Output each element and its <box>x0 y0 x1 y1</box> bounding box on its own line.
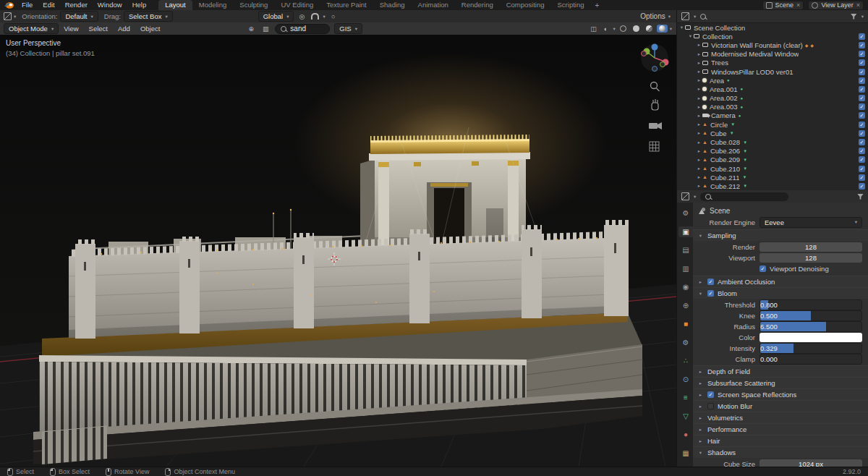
workspace-tab-uv-editing[interactable]: UV Editing <box>274 0 320 10</box>
outliner-item[interactable]: ▸▲Cube.210▼✓ <box>677 164 868 173</box>
navigation-gizmo[interactable] <box>639 42 671 158</box>
outliner-item[interactable]: ▾Collection✓ <box>677 32 868 41</box>
panel-header-motion-blur[interactable]: ▸Motion Blur <box>693 400 868 412</box>
panel-header-subsurface-scattering[interactable]: ▸Subsurface Scattering <box>693 377 868 388</box>
disclosure-right-icon[interactable]: ▸ <box>696 157 702 163</box>
workspace-tab-shading[interactable]: Shading <box>373 0 412 10</box>
workspace-tab-sculpting[interactable]: Sculpting <box>233 0 274 10</box>
disclosure-right-icon[interactable]: ▸ <box>696 122 702 127</box>
outliner-item[interactable]: ▸▲Cube.206▼✓ <box>677 147 868 156</box>
outliner-item[interactable]: ▸Victorian Wall Fountain (clear)◆◆✓ <box>677 41 868 49</box>
properties-tab-object-data[interactable]: ▽ <box>678 411 693 422</box>
outliner-item[interactable]: ▸Area.002●✓ <box>677 94 868 103</box>
visibility-checkbox[interactable]: ✓ <box>859 42 865 48</box>
visibility-checkbox[interactable]: ✓ <box>859 130 865 137</box>
visibility-checkbox[interactable]: ✓ <box>859 59 865 66</box>
panel-header-hair[interactable]: ▸Hair <box>693 435 868 446</box>
orientation-dropdown[interactable]: Default ▾ <box>60 11 98 22</box>
visibility-checkbox[interactable]: ✓ <box>859 112 865 119</box>
viewport-menu-select[interactable]: Select <box>84 24 113 34</box>
menu-file[interactable]: File <box>17 0 38 10</box>
chevron-down-icon[interactable]: ▾ <box>613 26 615 32</box>
visibility-checkbox[interactable]: ✓ <box>859 148 865 154</box>
panel-checkbox[interactable] <box>707 403 714 409</box>
disclosure-right-icon[interactable]: ▸ <box>696 183 702 189</box>
render-engine-dropdown[interactable]: Eevee ▾ <box>760 217 862 228</box>
properties-tab-material[interactable]: ● <box>678 429 693 440</box>
panel-header-performance[interactable]: ▸Performance <box>693 423 868 435</box>
disclosure-right-icon[interactable]: ▸ <box>696 51 702 57</box>
disclosure-right-icon[interactable]: ▸ <box>696 60 702 66</box>
visibility-checkbox[interactable]: ✓ <box>859 77 865 84</box>
overlay-dropdown-icon[interactable]: ◐ <box>600 24 610 33</box>
panel-header-depth-of-field[interactable]: ▸Depth of Field <box>693 365 868 377</box>
shading-solid-button[interactable] <box>631 25 642 33</box>
bloom-checkbox[interactable]: ✓ <box>707 290 714 297</box>
value-slider[interactable]: 0.329 <box>760 343 862 354</box>
ambient-occlusion-header[interactable]: ▸ ✓ Ambient Occlusion <box>693 276 868 287</box>
workspace-tab-modeling[interactable]: Modeling <box>192 0 234 10</box>
panel-header-volumetrics[interactable]: ▸Volumetrics <box>693 412 868 423</box>
visibility-checkbox[interactable]: ✓ <box>859 139 865 145</box>
visibility-checkbox[interactable]: ✓ <box>859 122 865 128</box>
chevron-down-icon[interactable]: ▾ <box>861 14 864 20</box>
visibility-checkbox[interactable]: ✓ <box>859 166 865 172</box>
disclosure-right-icon[interactable]: ▸ <box>696 166 702 171</box>
properties-tab-scene[interactable]: ◉ <box>678 281 693 292</box>
viewport-menu-object[interactable]: Object <box>135 24 165 34</box>
chevron-down-icon[interactable]: ▾ <box>694 14 696 20</box>
disclosure-right-icon[interactable]: ▸ <box>696 140 702 145</box>
properties-tab-tool[interactable]: ⚙ <box>678 208 693 218</box>
properties-tab-particles[interactable]: ∴ <box>678 355 693 366</box>
value-slider[interactable]: 0.000 <box>760 354 862 365</box>
outliner-item[interactable]: ▸▲Cube.211▼✓ <box>677 173 868 182</box>
visibility-checkbox[interactable]: ✓ <box>859 156 865 163</box>
outliner-item[interactable]: ▸▲Cube.028▼✓ <box>677 137 868 146</box>
menu-help[interactable]: Help <box>127 0 152 10</box>
outliner-item[interactable]: ▸Area.003●✓ <box>677 103 868 111</box>
panel-checkbox[interactable]: ✓ <box>707 391 714 398</box>
workspace-tab-texture-paint[interactable]: Texture Paint <box>320 0 373 10</box>
viewport-search-input[interactable]: sand <box>275 24 330 34</box>
options-button[interactable]: Options ▾ <box>640 12 671 20</box>
unlink-icon[interactable]: × <box>796 1 800 9</box>
visibility-checkbox[interactable]: ✓ <box>859 103 865 110</box>
editor-type-button[interactable]: ▾ <box>4 12 16 20</box>
outliner-item[interactable]: ▸WindowsPillar LOD0 ver01✓ <box>677 67 868 76</box>
filter-funnel-icon[interactable] <box>851 14 857 20</box>
disclosure-right-icon[interactable]: ▸ <box>696 95 702 101</box>
outliner-item[interactable]: ▸▲Cube▼✓ <box>677 129 868 137</box>
scene-selector[interactable]: Scene × <box>762 1 804 10</box>
gis-dropdown[interactable]: GIS ▾ <box>334 23 362 34</box>
number-field[interactable]: 128 <box>760 253 862 263</box>
shading-rendered-button[interactable] <box>657 25 668 33</box>
ambient-occlusion-checkbox[interactable]: ✓ <box>707 279 714 285</box>
value-slider[interactable]: 6.500 <box>760 321 862 332</box>
properties-tab-world[interactable]: ⊕ <box>678 300 693 311</box>
disclosure-right-icon[interactable]: ▸ <box>696 130 702 136</box>
properties-editor-icon[interactable] <box>681 192 689 200</box>
properties-tab-object[interactable]: ■ <box>678 318 693 329</box>
cube-size-field[interactable]: 1024 px <box>760 459 862 467</box>
view-layer-selector[interactable]: View Layer × <box>808 1 864 10</box>
color-swatch-field[interactable] <box>760 333 862 342</box>
shading-material-button[interactable] <box>644 25 655 33</box>
disclosure-right-icon[interactable]: ▸ <box>696 86 702 92</box>
disclosure-down-icon[interactable]: ▾ <box>687 33 694 39</box>
outliner-editor-icon[interactable] <box>681 12 689 20</box>
properties-tab-texture[interactable]: ▦ <box>678 448 693 459</box>
disclosure-right-icon[interactable]: ▸ <box>696 77 702 83</box>
overlays-icon[interactable]: ▥ <box>260 24 271 33</box>
unlink-icon[interactable]: × <box>856 1 860 9</box>
outliner-item[interactable]: ▸▲Circle▼✓ <box>677 120 868 129</box>
chevron-down-icon[interactable]: ▾ <box>694 194 696 200</box>
panel-header-shadows[interactable]: ▾Shadows <box>693 446 868 458</box>
panel-header-screen-space-reflections[interactable]: ▸✓Screen Space Reflections <box>693 388 868 400</box>
viewport-menu-add[interactable]: Add <box>113 24 135 34</box>
disclosure-right-icon[interactable]: ▸ <box>696 69 702 75</box>
disclosure-right-icon[interactable]: ▸ <box>696 113 702 119</box>
pivot-point-icon[interactable]: ◎ <box>297 12 307 21</box>
bloom-header[interactable]: ▾ ✓ Bloom <box>693 287 868 299</box>
transform-orientation-dropdown[interactable]: Global ▾ <box>258 11 294 22</box>
proportional-editing-icon[interactable]: ○ <box>328 12 339 21</box>
